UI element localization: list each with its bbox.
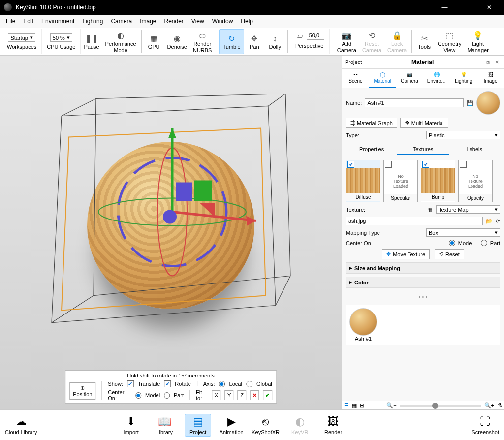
panel-popout-icon[interactable]: ⧉ (483, 58, 492, 66)
view-tree-icon[interactable]: ⊞ (360, 402, 364, 409)
layers-icon: ❖ (405, 120, 410, 126)
menu-environment[interactable]: Environment (38, 17, 77, 26)
tab-material[interactable]: ◯Material (369, 69, 396, 88)
diffuse-checkbox[interactable]: ✔ (347, 161, 354, 168)
maximize-button[interactable]: ☐ (456, 0, 478, 15)
specular-checkbox[interactable] (385, 161, 392, 168)
zoom-slider[interactable] (400, 405, 481, 407)
gpu-button[interactable]: ▦GPU (144, 29, 164, 54)
material-name-input[interactable] (365, 98, 464, 107)
axis-local-radio[interactable] (219, 381, 225, 387)
menu-lighting[interactable]: Lighting (79, 17, 106, 26)
view-grid-icon[interactable]: ▦ (352, 402, 357, 409)
cpu-usage-dropdown[interactable]: 50 % ▾ (50, 33, 72, 42)
menu-render[interactable]: Render (161, 17, 187, 26)
cancel-fit-button[interactable]: ✕ (251, 390, 259, 400)
library-button[interactable]: 📖Library (151, 415, 178, 435)
position-button[interactable]: ⊕ Position (69, 382, 95, 400)
close-button[interactable]: ✕ (478, 0, 500, 15)
minimize-button[interactable]: — (434, 0, 456, 15)
render-button[interactable]: 🖼Render (320, 415, 346, 435)
save-icon[interactable]: 💾 (467, 100, 473, 106)
refresh-icon[interactable]: ⟳ (496, 218, 500, 224)
panel-close-icon[interactable]: ✕ (492, 58, 501, 66)
confirm-fit-button[interactable]: ✔ (263, 390, 272, 400)
menu-camera[interactable]: Camera (108, 17, 135, 26)
fit-z-button[interactable]: Z (238, 390, 247, 400)
workspace-dropdown[interactable]: Startup ▾ (8, 33, 35, 42)
viewport[interactable]: Hold shift to rotate in 15° increments ⊕… (0, 56, 342, 409)
tab-lighting[interactable]: 💡Lighting (450, 69, 477, 88)
keyvr-button[interactable]: ◐KeyVR (286, 415, 313, 435)
menu-edit[interactable]: Edit (20, 17, 36, 26)
center-model-radio[interactable] (135, 392, 141, 399)
rotate-icon: ↻ (226, 33, 237, 44)
type-dropdown[interactable]: Plastic▾ (426, 131, 500, 139)
menu-image[interactable]: Image (137, 17, 159, 26)
add-camera-button[interactable]: 📷Add Camera (334, 29, 359, 54)
filter-icon[interactable]: ⚗ (497, 402, 502, 409)
performance-mode-button[interactable]: ◐Performance Mode (102, 29, 139, 54)
center-part-radio[interactable] (164, 392, 170, 399)
menu-help[interactable]: Help (238, 17, 256, 26)
axis-global-radio[interactable] (246, 381, 252, 387)
menu-file[interactable]: File (3, 17, 18, 26)
subtab-labels[interactable]: Labels (449, 144, 500, 155)
import-button[interactable]: ⬇Import (118, 415, 144, 435)
material-list-item[interactable]: Ash #1 (349, 308, 377, 342)
move-texture-button[interactable]: ✥Move Texture (382, 249, 430, 259)
menu-window[interactable]: Window (209, 17, 236, 26)
texture-diffuse-slot[interactable]: ✔ Diffuse (346, 160, 380, 202)
tab-scene[interactable]: ☷Scene (342, 69, 369, 88)
subtab-textures[interactable]: Textures (397, 144, 448, 155)
pause-button[interactable]: ❚❚Pause (81, 29, 102, 54)
texture-opacity-slot[interactable]: No Texture Loaded Opacity (458, 160, 493, 202)
menu-view[interactable]: View (189, 17, 207, 26)
tab-environment[interactable]: 🌐Enviro… (423, 69, 450, 88)
pan-button[interactable]: ✥Pan (244, 29, 265, 54)
tab-image[interactable]: 🖼Image (477, 69, 504, 88)
zoom-out-icon[interactable]: 🔍− (386, 402, 396, 409)
rotate-checkbox[interactable]: ✔ (164, 380, 171, 387)
render-nurbs-button[interactable]: ⬭Render NURBS (190, 29, 215, 54)
material-graph-button[interactable]: ⇶Material Graph (346, 118, 397, 128)
texture-type-dropdown[interactable]: Texture Map▾ (436, 205, 500, 214)
translate-checkbox[interactable]: ✔ (127, 380, 134, 387)
fit-y-button[interactable]: Y (225, 390, 234, 400)
opacity-thumbnail: No Texture Loaded (459, 169, 492, 194)
lock-camera-button[interactable]: 🔒Lock Camera (384, 29, 410, 54)
view-list-icon[interactable]: ☰ (344, 402, 349, 409)
center-part-radio-panel[interactable] (481, 240, 487, 246)
texture-bump-slot[interactable]: ✔ Bump (421, 160, 455, 202)
section-size-mapping[interactable]: ▸Size and Mapping (346, 262, 500, 274)
screenshot-button[interactable]: ⛶Screenshot (472, 415, 499, 435)
fit-x-button[interactable]: X (212, 390, 221, 400)
drag-handle-icon[interactable]: • • • (346, 294, 500, 300)
center-model-radio-panel[interactable] (449, 240, 455, 246)
light-manager-button[interactable]: 💡Light Manager (464, 29, 491, 54)
perspective-input[interactable] (307, 31, 324, 40)
tumble-button[interactable]: ↻Tumble (219, 29, 244, 54)
zoom-in-icon[interactable]: 🔍+ (484, 402, 494, 409)
multi-material-button[interactable]: ❖Multi-Material (400, 118, 448, 128)
keyshotxr-button[interactable]: ⎋KeyShotXR (252, 415, 280, 435)
trash-icon[interactable]: 🗑 (428, 207, 433, 213)
animation-button[interactable]: ▶Animation (218, 415, 245, 435)
folder-open-icon[interactable]: 📂 (486, 218, 493, 224)
bump-checkbox[interactable]: ✔ (422, 161, 429, 168)
texture-specular-slot[interactable]: No Texture Loaded Specular (383, 160, 418, 202)
denoise-button[interactable]: ◉Denoise (164, 29, 190, 54)
texture-file-input[interactable] (346, 217, 483, 225)
reset-camera-button[interactable]: ⟲Reset Camera (359, 29, 384, 54)
subtab-properties[interactable]: Properties (346, 144, 397, 155)
geometry-view-button[interactable]: ⬚Geometry View (435, 29, 464, 54)
cloud-library-button[interactable]: ☁Cloud Library (5, 415, 37, 435)
section-color[interactable]: ▸Color (346, 277, 500, 288)
tab-camera[interactable]: 📷Camera (396, 69, 423, 88)
tools-button[interactable]: ✂Tools (414, 29, 435, 54)
reset-texture-button[interactable]: ⟲Reset (435, 249, 464, 259)
mapping-type-dropdown[interactable]: Box▾ (426, 228, 500, 237)
project-button[interactable]: ▤Project (185, 414, 211, 437)
dolly-button[interactable]: ↕Dolly (265, 29, 285, 54)
opacity-checkbox[interactable] (460, 161, 467, 168)
